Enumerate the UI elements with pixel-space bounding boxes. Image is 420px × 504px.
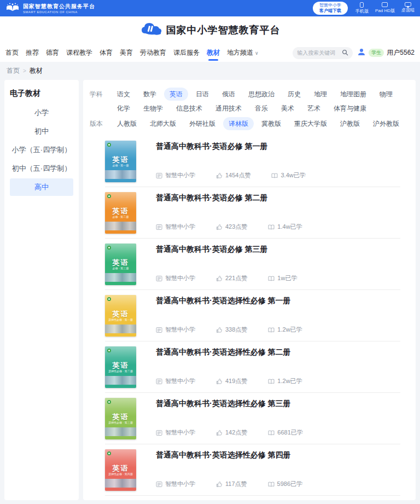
breadcrumb-current: 教材 [30, 66, 43, 76]
thumbs-up-icon [216, 275, 223, 282]
sidebar-item[interactable]: 初中 [10, 123, 73, 140]
filter-option[interactable]: 物理 [374, 88, 398, 101]
nav-item[interactable]: 课后服务 [173, 44, 200, 62]
book-item[interactable]: 英语 选择性必修 · 第三册 普通高中教科书·英语选择性必修 第三册 [105, 393, 400, 444]
likes-group: 1454点赞 [216, 171, 250, 179]
filter-option[interactable]: 语文 [112, 88, 136, 101]
filter-option[interactable]: 北师大版 [144, 117, 182, 130]
chevron-down-icon: ∨ [255, 50, 259, 56]
nav-item[interactable]: 首页 [5, 44, 19, 62]
filter-row: 学科 语文 数学 英语 日语 俄语 [90, 88, 409, 115]
nav-items: 首页 推荐 德育 课程教学 体育 美育 劳动教育 课后服务 [5, 44, 259, 62]
sidebar-title: 电子教材 [10, 89, 73, 99]
book-cover: 英语 必修 · 第一册 [105, 141, 136, 182]
filter-option[interactable]: 体育与健康 [328, 102, 372, 115]
open-book-icon [268, 275, 275, 282]
search-input[interactable] [297, 50, 340, 56]
filter-option[interactable]: 地理 [308, 88, 332, 101]
filter-option[interactable]: 通用技术 [210, 102, 247, 115]
sidebar-item[interactable]: 初中（五·四学制） [10, 160, 73, 177]
filter-option[interactable]: 生物学 [138, 102, 168, 115]
cover-photo-strip [105, 479, 136, 488]
book-cover: 英语 选择性必修 · 第一册 [105, 295, 136, 337]
filter-option[interactable]: 冀教版 [256, 117, 287, 130]
open-book-icon [268, 327, 275, 333]
gov-brand: 国家智慧教育公共服务平台 SMART EDUCATION OF CHINA [5, 2, 95, 14]
likes-group: 338点赞 [216, 326, 247, 334]
nav-item[interactable]: 美育 [120, 44, 133, 62]
filter-option[interactable]: 译林版 [223, 117, 254, 130]
platform-link[interactable]: Pad HD版 [375, 2, 395, 14]
thumbs-up-icon [216, 224, 223, 230]
filter-option[interactable]: 俄语 [217, 88, 241, 101]
book-item[interactable]: 英语 选择性必修 · 第四册 普通高中教科书·英语选择性必修 第四册 [105, 444, 400, 496]
nav-item[interactable]: 课程教学 [66, 44, 92, 62]
platform-link[interactable]: 桌面端 [401, 2, 415, 14]
publisher-icon [156, 224, 162, 230]
book-title: 普通高中教科书·英语选择性必修 第四册 [156, 450, 400, 460]
breadcrumb-home[interactable]: 首页 [7, 66, 20, 76]
filter-option[interactable]: 外研社版 [184, 117, 221, 130]
book-item[interactable]: 英语 选择性必修 · 第一册 普通高中教科书·英语选择性必修 第一册 [105, 290, 400, 341]
filter-option[interactable]: 音乐 [249, 102, 273, 115]
nav-item[interactable]: 推荐 [26, 44, 39, 62]
book-item[interactable]: 英语 必修 · 第三册 普通高中教科书·英语必修 第三册 [105, 239, 400, 290]
filter-option[interactable]: 日语 [190, 88, 214, 101]
open-book-icon [271, 172, 278, 179]
book-title: 普通高中教科书·英语选择性必修 第一册 [156, 296, 400, 306]
sidebar-item[interactable]: 小学 [10, 104, 73, 121]
filter-option[interactable]: 数学 [138, 88, 162, 101]
book-item[interactable]: 英语 必修 · 第一册 普通高中教科书·英语必修 第一册 [105, 136, 400, 187]
search-icon[interactable] [342, 48, 348, 58]
book-title: 普通高中教科书·英语必修 第三册 [156, 245, 400, 254]
cover-publisher-dot-icon [107, 451, 111, 455]
filter-option[interactable]: 地理图册 [335, 88, 372, 101]
filter-option[interactable]: 重庆大学版 [289, 117, 332, 130]
cover-publisher-dot-icon [107, 400, 111, 404]
sidebar-item[interactable]: 小学（五·四学制） [10, 141, 73, 159]
learned-group: 3.4w已学 [271, 171, 305, 179]
nav-item[interactable]: 教材 [207, 44, 220, 62]
filter-option[interactable]: 人教版 [112, 117, 142, 130]
nav-item[interactable]: 劳动教育 [140, 44, 166, 62]
filter-option[interactable]: 信息技术 [171, 102, 208, 115]
client-download-button[interactable]: 智慧中小学 客户端下载 [313, 2, 348, 15]
nav-item[interactable]: 体育 [100, 44, 113, 62]
sidebar-item[interactable]: 高中 [10, 178, 73, 196]
learned-group: 1.4w已学 [268, 223, 302, 231]
filter-label: 学科 [90, 88, 103, 115]
book-item[interactable]: 英语 必修 · 第二册 普通高中教科书·英语必修 第二册 [105, 187, 400, 239]
breadcrumb-separator: > [23, 68, 26, 74]
open-book-icon [268, 481, 275, 488]
filter-option[interactable]: 艺术 [302, 102, 326, 115]
learned-group: 1.2w已学 [268, 326, 302, 334]
filter-option[interactable]: 美术 [276, 102, 300, 115]
nav-item[interactable]: 地方频道 ∨ [227, 44, 259, 62]
search-box[interactable] [293, 47, 353, 59]
book-meta: 智慧中小学 419点赞 [156, 377, 400, 385]
site-header: 国家中小学智慧教育平台 [0, 16, 420, 44]
book-item[interactable]: 英语 选择性必修 · 第二册 普通高中教科书·英语选择性必修 第二册 [105, 341, 400, 393]
cover-publisher-dot-icon [107, 297, 111, 301]
cover-photo-strip [105, 273, 136, 282]
platform-link[interactable]: 手机版 [355, 2, 369, 14]
filter-option[interactable]: 英语 [164, 88, 188, 101]
book-title: 普通高中教科书·英语必修 第一册 [156, 142, 400, 152]
filter-option[interactable]: 沪教版 [335, 117, 365, 130]
nav-item[interactable]: 德育 [46, 44, 59, 62]
filter-option[interactable]: 思想政治 [243, 88, 280, 101]
likes-group: 221点赞 [216, 274, 247, 282]
cover-publisher-dot-icon [107, 246, 111, 250]
book-cover: 英语 选择性必修 · 第四册 [105, 449, 136, 491]
brand-title: 国家智慧教育公共服务平台 [23, 3, 95, 10]
filter-option[interactable]: 沪外教版 [368, 117, 405, 130]
user-account[interactable]: 学生 用户5562 [357, 48, 415, 59]
book-cover: 英语 选择性必修 · 第三册 [105, 398, 136, 439]
publisher-group: 智慧中小学 [156, 326, 195, 334]
book-meta: 智慧中小学 423点赞 [156, 223, 400, 231]
publisher-group: 智慧中小学 [156, 480, 195, 488]
publisher-icon [156, 327, 162, 333]
filter-option[interactable]: 历史 [282, 88, 306, 101]
book-meta: 智慧中小学 338点赞 [156, 326, 400, 334]
filter-option[interactable]: 化学 [112, 102, 136, 115]
